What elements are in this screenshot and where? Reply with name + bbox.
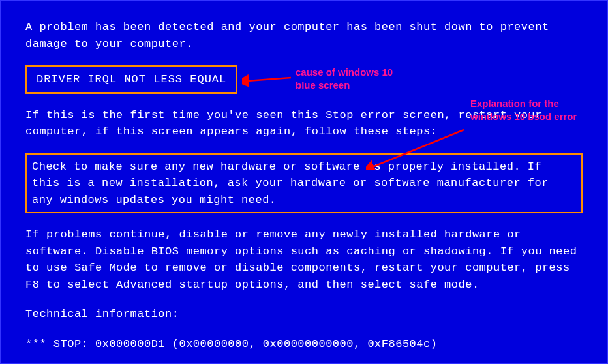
bsod-check-hardware-box: Check to make sure any new hardware or s… <box>25 153 583 214</box>
bsod-error-code: DRIVER_IRQL_NOT_LESS_EQUAL <box>37 73 226 85</box>
svg-line-1 <box>247 78 291 81</box>
annotation-explanation-label: Explanation for the windows 10 bsod erro… <box>470 97 588 123</box>
bsod-intro-text: A problem has been detected and your com… <box>25 19 583 52</box>
arrow-cause-icon <box>242 71 294 91</box>
bsod-check-hardware-text: Check to make sure any new hardware or s… <box>32 160 549 206</box>
bsod-if-problems-text: If problems continue, disable or remove … <box>25 226 583 293</box>
bsod-technical-label: Technical information: <box>25 306 583 323</box>
bsod-error-code-box: DRIVER_IRQL_NOT_LESS_EQUAL <box>25 65 237 94</box>
bsod-stop-line: *** STOP: 0x000000D1 (0x00000000, 0x0000… <box>25 336 583 353</box>
annotation-cause-label: cause of windows 10 blue screen <box>296 66 413 91</box>
